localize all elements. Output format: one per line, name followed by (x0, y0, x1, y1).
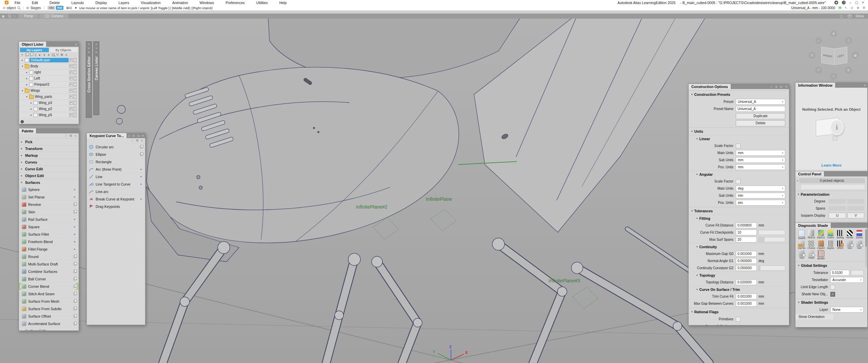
tab-camera[interactable]: Camera (39, 14, 68, 18)
lister-row-wing-p3[interactable]: ▸Wing_p3P (20, 100, 78, 106)
keypoint-tool-ellipse[interactable]: Ellipse (87, 150, 145, 158)
palette-tool-surface-fillet[interactable]: Surface Fillet▸ (19, 230, 79, 238)
pop-window-icon[interactable]: ▣ (2, 15, 5, 18)
dock-icon[interactable]: ↕ (769, 84, 774, 89)
panel-header[interactable]: Palette (19, 128, 79, 133)
panel-header[interactable]: Information Window × (795, 83, 867, 88)
shade-mode-isoang[interactable]: IsoAng (835, 230, 845, 239)
menu-icon[interactable]: ≡ (131, 133, 136, 138)
close-icon[interactable]: × (88, 43, 90, 46)
collapse-icon[interactable]: ◁ (136, 133, 141, 138)
layer-state-icon[interactable] (74, 101, 77, 105)
submenu-arrow-icon[interactable]: ▸ (73, 240, 77, 243)
expand-icon[interactable]: ▿ (88, 47, 90, 50)
close-button[interactable]: × (862, 1, 864, 4)
lister-step-icon[interactable]: ▸ (38, 53, 41, 57)
collapsed-panel-canvas-lister[interactable]: ×▿≡Canvas Lister (93, 41, 99, 115)
shade-mode-mulcol[interactable]: MulCol (807, 230, 816, 239)
expand-icon[interactable]: ▿ (96, 47, 97, 50)
palette-section-curve-edit[interactable]: ▸Curve Edit (19, 165, 79, 172)
palette-tool-sphere[interactable]: Sphere▸ (19, 186, 79, 193)
panel-icon[interactable]: ▢ (840, 15, 843, 18)
shade-mode-vis3[interactable]: Vis3 (797, 250, 806, 260)
menu-icon[interactable]: ≡ (88, 51, 90, 54)
submenu-arrow-icon[interactable]: ▸ (73, 233, 77, 236)
palette-tool-fillet-flange[interactable]: Fillet Flange▸ (19, 245, 79, 253)
option-box-icon[interactable] (73, 293, 77, 295)
keypoint-tool-rectangle[interactable]: Rectangle (87, 158, 145, 165)
lister-row-wing-parts[interactable]: ▾Wing_partsP (20, 94, 78, 100)
keypoint-tool-line[interactable]: Line▸ (87, 173, 145, 180)
pickable-badge[interactable]: P (69, 58, 73, 62)
scale-factor-checkbox[interactable] (736, 144, 741, 148)
gear-icon[interactable]: ⚙ (863, 6, 865, 9)
curve-fit-checkpoints-slider[interactable] (758, 230, 785, 235)
collapsed-panel-cross-section-editor[interactable]: ×▿≡Cross Section Editor (86, 41, 92, 118)
layer-state-icon[interactable] (74, 82, 77, 87)
shader-settings-section[interactable]: ▾ Shader Settings (795, 298, 867, 306)
object-selector[interactable]: ◎ object (3, 6, 20, 10)
pickable-badge[interactable]: P (69, 95, 73, 99)
global-settings-section[interactable]: ▾ Global Settings (795, 261, 867, 269)
shade-mode-ltunne[interactable]: LTunne (807, 240, 816, 249)
continuity-curvature-g2-input[interactable]: 0.050000 (736, 265, 757, 271)
option-box-icon[interactable] (139, 146, 143, 148)
palette-tool-skin[interactable]: Skin (19, 208, 79, 215)
note-icon[interactable]: ▤ (69, 6, 72, 9)
palette-tool-freeform-blend[interactable]: Freeform Blend▸ (19, 238, 79, 245)
section-fitting[interactable]: ▾Fitting (689, 215, 789, 222)
shade-mode-vis2[interactable]: Vis2 (855, 240, 864, 249)
pickable-badge[interactable]: P (69, 64, 73, 68)
north-compass-icon[interactable]: N (808, 52, 815, 59)
palette-tool-accelerated-surface[interactable]: Accelerated Surface (19, 320, 79, 327)
palette-tool-surface-offset[interactable]: Surface Offset (19, 312, 79, 320)
close-icon[interactable]: × (140, 133, 145, 138)
tolerance-slider[interactable] (851, 270, 864, 275)
max-surf-spans-slider[interactable] (758, 237, 785, 242)
tab-by-objects[interactable]: By Objects (49, 48, 78, 52)
lister-settings-icon[interactable]: ⚙ (60, 53, 63, 57)
shade-mode-shdoff[interactable]: ShdOff (797, 230, 806, 239)
pin-icon[interactable]: ✚ (830, 30, 837, 37)
submenu-arrow-icon[interactable]: ▸ (139, 197, 143, 200)
palette-section-pick[interactable]: ▸Pick (19, 138, 79, 145)
main-units-dropdown[interactable]: mm▾ (736, 150, 785, 156)
stages-button[interactable]: ◍ Stages (26, 6, 41, 10)
lister-row-wing-p5[interactable]: ▸Wing_p5P (20, 112, 78, 118)
section-construction-presets[interactable]: ▾Construction Presets (689, 90, 789, 98)
shade-mode-surevl[interactable]: SurEvl (855, 230, 864, 239)
main-units-dropdown[interactable]: deg▾ (736, 186, 785, 191)
info-icon[interactable]: i (21, 120, 24, 123)
shade-mode-rancol[interactable]: RanCol (816, 230, 826, 239)
tolerance-input[interactable]: 0.0100 (830, 270, 849, 276)
close-icon[interactable]: × (784, 84, 789, 89)
palette-tool-round[interactable]: Round (19, 253, 79, 260)
magnet-icon[interactable]: ⊗ (856, 6, 859, 9)
tab-persp[interactable]: Persp (19, 14, 38, 18)
pickable-badge[interactable]: P (69, 70, 73, 74)
shade-mode-isopho[interactable]: Isopho (826, 240, 835, 249)
panel-header[interactable]: Diagnostic Shade (795, 223, 867, 228)
topology-distance-input[interactable]: 0.020000 (736, 279, 757, 285)
scrollbar[interactable] (865, 229, 867, 267)
rel-toggle[interactable]: Rel (56, 6, 63, 10)
palette-tool-surface-from-subdiv[interactable]: Surface From Subdiv (19, 305, 79, 312)
lister-search-icon[interactable] (52, 54, 55, 56)
folder-icon[interactable] (29, 95, 34, 99)
menu-preferences[interactable]: Preferences (225, 1, 245, 5)
delete-button[interactable]: Delete (736, 120, 785, 126)
section-angular[interactable]: ▾Angular (689, 171, 789, 178)
layer-state-icon[interactable] (74, 70, 77, 74)
gear-icon[interactable]: ⚙ (136, 139, 139, 142)
section-linear[interactable]: ▾Linear (689, 135, 789, 142)
menu-windows[interactable]: Windows (200, 1, 214, 5)
close-icon[interactable]: × (862, 83, 867, 88)
pos-units-dropdown[interactable]: mm▾ (736, 164, 785, 170)
viewcube-front-face[interactable]: FRONT (821, 47, 834, 65)
lister-trash-icon[interactable]: ▯ (34, 53, 37, 57)
curves-surfaces-checkbox[interactable] (736, 324, 741, 325)
pick-cursor-icon[interactable]: ↖ (845, 6, 847, 9)
submenu-arrow-icon[interactable]: ▸ (139, 168, 143, 171)
option-box-icon[interactable] (73, 322, 77, 325)
menu-utilities[interactable]: Utilities (256, 1, 268, 5)
